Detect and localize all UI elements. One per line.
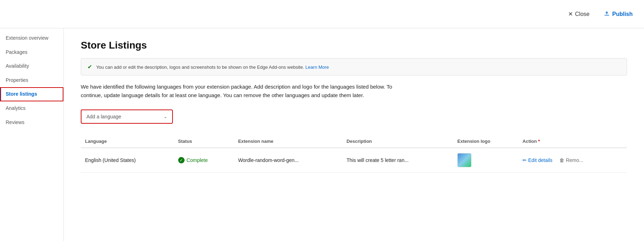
col-header-action: Action [518, 135, 627, 148]
content-area: Store Listings ✔ You can add or edit the… [64, 28, 644, 241]
table-row: English (United States) ✓ Complete Wordl… [81, 148, 627, 173]
add-language-label: Add a language [86, 114, 121, 119]
check-icon: ✔ [87, 64, 92, 70]
remove-link[interactable]: 🗑 Remo... [559, 157, 583, 163]
check-circle-icon: ✓ [178, 157, 185, 163]
cell-description: This will create 5 letter ran... [342, 148, 453, 173]
edit-details-label: Edit details [528, 157, 552, 163]
publish-icon [604, 10, 610, 18]
cell-extension-logo [453, 148, 518, 173]
cell-extension-name: Wordle-random-word-gen... [234, 148, 342, 173]
edit-icon: ✏ [522, 157, 527, 163]
close-button[interactable]: ✕ Close [565, 9, 592, 19]
sidebar: Extension overview Packages Availability… [0, 28, 64, 241]
trash-icon: 🗑 [559, 157, 564, 163]
extension-logo-thumbnail [457, 153, 471, 167]
table-header-row: Language Status Extension name Descripti… [81, 135, 627, 148]
col-header-extension-name: Extension name [234, 135, 342, 148]
sidebar-item-properties[interactable]: Properties [0, 73, 63, 88]
learn-more-link[interactable]: Learn More [305, 65, 329, 70]
cell-action: ✏ Edit details 🗑 Remo... [518, 148, 627, 173]
sidebar-item-reviews[interactable]: Reviews [0, 116, 63, 130]
info-text: You can add or edit the description, log… [96, 65, 304, 70]
edit-details-link[interactable]: ✏ Edit details [522, 157, 552, 163]
publish-label: Publish [612, 11, 633, 17]
status-complete-badge: ✓ Complete [178, 157, 230, 163]
col-header-description: Description [342, 135, 453, 148]
chevron-down-icon: ⌄ [164, 114, 167, 119]
publish-button[interactable]: Publish [601, 9, 635, 19]
col-header-extension-logo: Extension logo [453, 135, 518, 148]
add-language-dropdown[interactable]: Add a language ⌄ [81, 110, 173, 124]
col-header-language: Language [81, 135, 174, 148]
listings-table: Language Status Extension name Descripti… [81, 135, 627, 173]
col-header-status: Status [174, 135, 234, 148]
cell-status: ✓ Complete [174, 148, 234, 173]
close-icon: ✕ [568, 11, 573, 17]
sidebar-item-analytics[interactable]: Analytics [0, 101, 63, 116]
description-text: We have identified the following languag… [81, 83, 400, 100]
add-language-container: Add a language ⌄ [81, 110, 627, 124]
sidebar-item-extension-overview[interactable]: Extension overview [0, 31, 63, 45]
info-box: ✔ You can add or edit the description, l… [81, 58, 627, 75]
sidebar-item-store-listings[interactable]: Store listings [0, 87, 63, 101]
page-title: Store Listings [81, 40, 627, 51]
close-label: Close [575, 11, 589, 17]
status-label: Complete [187, 157, 208, 163]
cell-language: English (United States) [81, 148, 174, 173]
sidebar-item-availability[interactable]: Availability [0, 59, 63, 73]
sidebar-item-packages[interactable]: Packages [0, 45, 63, 60]
main-layout: Extension overview Packages Availability… [0, 28, 644, 241]
remove-label: Remo... [566, 157, 583, 163]
top-bar: ✕ Close Publish [0, 0, 644, 28]
top-bar-actions: ✕ Close Publish [565, 9, 635, 19]
